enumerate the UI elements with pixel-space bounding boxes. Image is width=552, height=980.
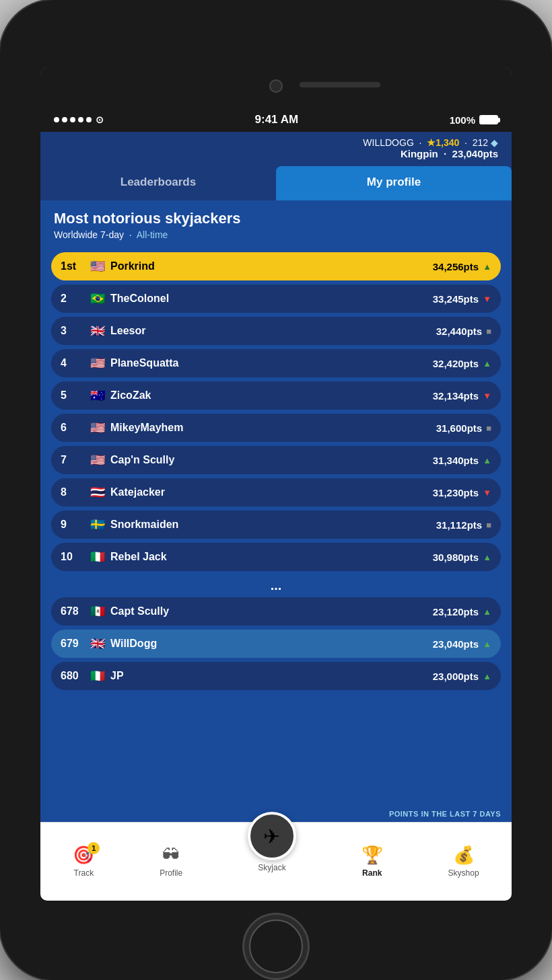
table-row[interactable]: 6 🇺🇸 MikeyMayhem 31,600pts ■ <box>51 414 501 442</box>
arrow-icon: ▼ <box>483 391 491 401</box>
pts-cell: 23,120pts <box>433 606 479 617</box>
battery-icon <box>479 115 498 124</box>
flag-icon: 🇺🇸 <box>90 420 105 435</box>
username: WILLDOGG <box>363 137 413 148</box>
leaderboard-header: Most notorious skyjackers Worldwide 7-da… <box>40 200 512 246</box>
user-points: 23,040pts <box>452 148 498 159</box>
flag-icon: 🇦🇺 <box>90 388 105 403</box>
name-cell: Capt Scully <box>110 605 433 617</box>
nav-label-skyjack: Skyjack <box>258 863 285 872</box>
nav-icon-profile: 🕶 <box>162 845 180 866</box>
tab-myprofile[interactable]: My profile <box>276 166 512 200</box>
table-row[interactable]: 1st 🇺🇸 Porkrind 34,256pts ▲ <box>51 252 501 280</box>
arrow-icon: ■ <box>486 423 491 433</box>
battery-percent: 100% <box>450 114 475 126</box>
tab-leaderboards[interactable]: Leaderboards <box>40 166 276 200</box>
arrow-icon: ■ <box>486 326 491 336</box>
home-button[interactable] <box>242 913 310 980</box>
nav-item-skyjack[interactable]: ✈ Skyjack <box>238 809 306 875</box>
name-cell: Rebel Jack <box>110 551 433 563</box>
table-row[interactable]: 8 🇹🇭 Katejacker 31,230pts ▼ <box>51 478 501 506</box>
flag-icon: 🇲🇽 <box>90 604 105 619</box>
nav-item-profile[interactable]: 🕶 Profile <box>150 842 192 880</box>
name-cell: Cap'n Scully <box>110 454 433 466</box>
nav-label-track: Track <box>74 868 94 878</box>
leaderboard-title: Most notorious skyjackers <box>54 210 498 227</box>
status-bar: ⊙ 9:41 AM 100% <box>40 108 512 132</box>
home-button-inner <box>249 919 303 973</box>
arrow-icon: ▼ <box>483 294 491 304</box>
flag-icon: 🇬🇧 <box>90 324 105 338</box>
rank-cell: 680 <box>61 670 85 682</box>
front-camera <box>269 79 283 93</box>
pts-cell: 23,040pts <box>433 638 479 650</box>
flag-icon: 🇺🇸 <box>90 356 105 371</box>
table-row[interactable]: 680 🇮🇹 JP 23,000pts ▲ <box>51 662 501 690</box>
user-header-line1: WILLDOGG · ★1,340 · 212 ◆ <box>54 137 498 148</box>
pts-cell: 31,112pts <box>436 519 482 531</box>
arrow-icon: ▲ <box>483 359 491 369</box>
pts-cell: 30,980pts <box>433 552 479 563</box>
ellipsis-separator: ... <box>51 575 501 597</box>
rank-cell: 6 <box>61 422 85 434</box>
pts-cell: 23,000pts <box>433 671 479 682</box>
rank-title: Kingpin <box>401 148 438 159</box>
rank-cell: 1st <box>61 260 85 272</box>
arrow-icon: ▲ <box>483 455 491 465</box>
diamond-icon: ◆ <box>491 137 498 148</box>
nav-item-track[interactable]: 1 🎯 Track <box>63 842 104 880</box>
name-cell: Leesor <box>110 325 436 337</box>
rank-cell: 678 <box>61 605 85 617</box>
arrow-icon: ▲ <box>483 262 491 272</box>
table-row[interactable]: 10 🇮🇹 Rebel Jack 30,980pts ▲ <box>51 543 501 571</box>
nav-icon-skyshop: 💰 <box>453 845 475 866</box>
table-row[interactable]: 679 🇬🇧 WillDogg 23,040pts ▲ <box>51 630 501 658</box>
table-row[interactable]: 7 🇺🇸 Cap'n Scully 31,340pts ▲ <box>51 446 501 474</box>
pts-cell: 32,134pts <box>433 390 479 402</box>
pts-cell: 31,230pts <box>433 487 479 498</box>
nav-label-skyshop: Skyshop <box>448 868 479 878</box>
name-cell: Snorkmaiden <box>110 519 436 531</box>
nav-icon-rank: 🏆 <box>361 845 383 866</box>
name-cell: PlaneSquatta <box>110 357 433 369</box>
nav-item-rank[interactable]: 🏆 Rank <box>352 842 392 880</box>
status-time: 9:41 AM <box>255 113 299 126</box>
user-header: WILLDOGG · ★1,340 · 212 ◆ Kingpin · 23,0… <box>40 132 512 166</box>
flag-icon: 🇧🇷 <box>90 291 105 306</box>
user-extra: 212 <box>473 137 488 148</box>
pts-cell: 32,420pts <box>433 358 479 369</box>
rank-cell: 7 <box>61 454 85 466</box>
rank-cell: 4 <box>61 357 85 369</box>
signal-dots <box>54 117 92 122</box>
name-cell: JP <box>110 670 433 682</box>
top-speaker <box>300 82 380 87</box>
user-header-line2: Kingpin · 23,040pts <box>54 148 498 159</box>
skyjack-icon: ✈ <box>248 812 296 860</box>
leaderboard-list: 1st 🇺🇸 Porkrind 34,256pts ▲ 2 🇧🇷 TheColo… <box>40 246 512 807</box>
subtitle-alltime: All-time <box>137 229 168 240</box>
table-row[interactable]: 678 🇲🇽 Capt Scully 23,120pts ▲ <box>51 597 501 626</box>
name-cell: ZicoZak <box>110 389 433 402</box>
bottom-nav: 1 🎯 Track 🕶 Profile ✈ Skyjack 🏆 Rank 💰 S… <box>40 822 512 901</box>
table-row[interactable]: 2 🇧🇷 TheColonel 33,245pts ▼ <box>51 285 501 313</box>
rank-cell: 2 <box>61 293 85 305</box>
name-cell: WillDogg <box>110 638 433 650</box>
arrow-icon: ▲ <box>483 552 491 562</box>
nav-item-skyshop[interactable]: 💰 Skyshop <box>439 842 489 880</box>
flag-icon: 🇮🇹 <box>90 550 105 564</box>
arrow-icon: ▲ <box>483 671 491 681</box>
table-row[interactable]: 3 🇬🇧 Leesor 32,440pts ■ <box>51 317 501 345</box>
flag-icon: 🇹🇭 <box>90 485 105 500</box>
arrow-icon: ▼ <box>483 488 491 498</box>
arrow-icon: ■ <box>486 520 491 530</box>
pts-cell: 31,340pts <box>433 455 479 466</box>
table-row[interactable]: 5 🇦🇺 ZicoZak 32,134pts ▼ <box>51 381 501 410</box>
rank-cell: 10 <box>61 551 85 563</box>
table-row[interactable]: 9 🇸🇪 Snorkmaiden 31,112pts ■ <box>51 511 501 539</box>
subtitle-period: Worldwide 7-day <box>54 229 124 240</box>
tabs-bar: Leaderboards My profile <box>40 166 512 200</box>
flag-icon: 🇮🇹 <box>90 669 105 683</box>
pts-cell: 33,245pts <box>433 293 479 305</box>
phone-outer: ⊙ 9:41 AM 100% WILLDOGG · ★1,340 · 212 ◆ <box>0 0 552 980</box>
table-row[interactable]: 4 🇺🇸 PlaneSquatta 32,420pts ▲ <box>51 349 501 377</box>
